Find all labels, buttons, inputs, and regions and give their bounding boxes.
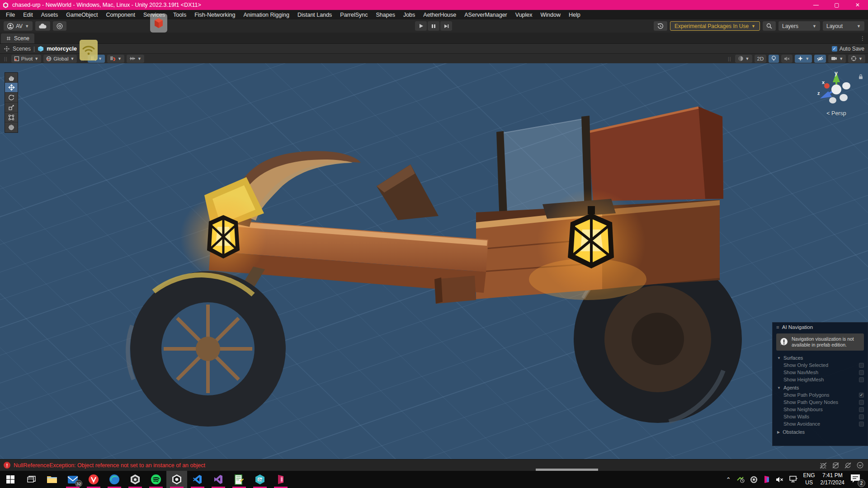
- taskbar-icon-spotify[interactable]: [146, 471, 166, 488]
- nav-option-checkbox[interactable]: [859, 407, 864, 412]
- increment-snap-dropdown[interactable]: ▼: [127, 55, 144, 63]
- layout-dropdown[interactable]: Layout ▼: [823, 21, 864, 31]
- tray-gpu-icon[interactable]: [736, 476, 745, 483]
- floating-tool-overlay-wifi-icon[interactable]: [80, 40, 98, 61]
- move-tool[interactable]: [5, 83, 18, 93]
- menu-assets[interactable]: Assets: [37, 11, 62, 19]
- scene-visibility-toggle[interactable]: [814, 55, 826, 63]
- menu-jobs[interactable]: Jobs: [399, 11, 419, 19]
- menu-vuplex[interactable]: Vuplex: [511, 11, 537, 19]
- menu-fish-networking[interactable]: Fish-Networking: [190, 11, 239, 19]
- menu-aetherhouse[interactable]: AetherHouse: [419, 11, 460, 19]
- menu-distant-lands[interactable]: Distant Lands: [293, 11, 336, 19]
- transform-tool[interactable]: [5, 122, 18, 132]
- nav-option-show-neighbours[interactable]: Show Neighbours: [773, 406, 868, 413]
- global-dropdown[interactable]: Global ▼: [43, 55, 77, 63]
- maximize-button[interactable]: ▢: [826, 0, 847, 10]
- language-indicator[interactable]: ENG US: [803, 472, 815, 486]
- auto-save-toggle[interactable]: ✓ Auto Save: [832, 46, 864, 52]
- rect-tool[interactable]: [5, 113, 18, 122]
- hidden-icons-chevron[interactable]: ⌃: [726, 476, 731, 483]
- nav-option-show-only-selected[interactable]: Show Only Selected: [773, 361, 868, 369]
- drag-handle-icon[interactable]: ||: [728, 56, 731, 61]
- start-button[interactable]: [0, 471, 21, 488]
- projection-label[interactable]: < Persp: [815, 110, 858, 117]
- nav-option-show-avoidance[interactable]: Show Avoidance: [773, 420, 868, 427]
- tab-scene[interactable]: Scene: [1, 33, 34, 43]
- menu-aservermanager[interactable]: AServerManager: [460, 11, 511, 19]
- nav-option-show-path-polygons[interactable]: Show Path Polygons✓: [773, 391, 868, 399]
- menu-edit[interactable]: Edit: [19, 11, 37, 19]
- taskbar-clock[interactable]: 7:41 PM 2/17/2024: [821, 472, 844, 486]
- draw-mode-dropdown[interactable]: ▼: [735, 55, 752, 63]
- nav-option-checkbox[interactable]: [859, 377, 864, 382]
- gizmos-dropdown[interactable]: ▼: [848, 55, 865, 63]
- network-icon[interactable]: [789, 476, 798, 483]
- taskbar-icon-notepad[interactable]: [229, 471, 250, 488]
- scale-tool[interactable]: [5, 103, 18, 113]
- menu-tools[interactable]: Tools: [169, 11, 190, 19]
- debugger-disabled-icon[interactable]: [820, 462, 827, 469]
- nav-option-checkbox[interactable]: [859, 370, 864, 375]
- taskbar-icon-vscode[interactable]: [187, 471, 208, 488]
- menu-gameobject[interactable]: GameObject: [62, 11, 102, 19]
- volume-muted-icon[interactable]: [776, 476, 784, 483]
- undo-history-button[interactable]: [654, 21, 667, 31]
- cache-disabled-icon[interactable]: [832, 462, 839, 469]
- taskbar-icon-unity-editor[interactable]: [166, 471, 187, 488]
- tab-options-icon[interactable]: ⋮: [860, 35, 865, 42]
- nav-option-checkbox[interactable]: ✓: [859, 393, 864, 398]
- scene-audio-toggle[interactable]: [781, 55, 793, 63]
- console-collapse-icon[interactable]: [857, 462, 863, 469]
- scene-viewport[interactable]: y x z < Persp ≡ AI Navigation Navigation…: [0, 63, 868, 459]
- nav-option-checkbox[interactable]: [859, 400, 864, 405]
- nav-option-checkbox[interactable]: [859, 363, 864, 368]
- close-button[interactable]: ✕: [847, 0, 868, 10]
- breadcrumb-scenes[interactable]: Scenes: [13, 46, 31, 52]
- cloud-button[interactable]: [35, 21, 50, 31]
- minimize-button[interactable]: —: [806, 0, 826, 10]
- layers-dropdown[interactable]: Layers ▼: [778, 21, 820, 31]
- taskbar-icon-file-explorer[interactable]: [42, 471, 62, 488]
- gizmo-lock-icon[interactable]: [858, 73, 863, 81]
- experimental-packages-dropdown[interactable]: Experimental Packages In Use ▼: [670, 21, 760, 31]
- tray-steam-icon[interactable]: [750, 476, 758, 483]
- 2d-mode-toggle[interactable]: 2D: [755, 55, 767, 63]
- taskbar-icon-mail[interactable]: 32: [62, 471, 83, 488]
- menu-window[interactable]: Window: [537, 11, 565, 19]
- taskbar-icon-vivaldi[interactable]: [83, 471, 104, 488]
- taskbar-icon-unity-hub[interactable]: [125, 471, 146, 488]
- taskbar-icon-visual-studio[interactable]: [208, 471, 229, 488]
- pause-button[interactable]: [428, 21, 439, 31]
- nav-section-obstacles[interactable]: ▶Obstacles: [773, 427, 868, 436]
- snap-settings-dropdown[interactable]: ▼: [107, 55, 124, 63]
- nav-option-show-walls[interactable]: Show Walls: [773, 413, 868, 420]
- menu-help[interactable]: Help: [565, 11, 585, 19]
- nav-option-checkbox[interactable]: [859, 422, 864, 427]
- version-control-button[interactable]: [53, 21, 66, 31]
- pivot-dropdown[interactable]: Pivot ▼: [11, 55, 42, 63]
- view-hand-tool[interactable]: [5, 73, 18, 83]
- scene-lighting-toggle[interactable]: [769, 55, 779, 63]
- task-view-button[interactable]: [21, 471, 42, 488]
- camera-settings-dropdown[interactable]: ▼: [828, 55, 846, 63]
- tray-unity-icon[interactable]: [763, 475, 770, 483]
- nav-section-agents[interactable]: ▼Agents: [773, 383, 868, 391]
- nav-option-show-navmesh[interactable]: Show NavMesh: [773, 369, 868, 376]
- console-error-message[interactable]: NullReferenceException: Object reference…: [14, 462, 205, 469]
- taskbar-icon-edge[interactable]: [104, 471, 125, 488]
- vehicle-model[interactable]: [128, 107, 742, 427]
- auto-save-checkbox[interactable]: ✓: [832, 46, 837, 52]
- scene-effects-dropdown[interactable]: ▼: [795, 55, 812, 63]
- menu-file[interactable]: File: [2, 11, 19, 19]
- account-dropdown[interactable]: AV ▼: [4, 21, 33, 31]
- taskbar-icon-rider[interactable]: [270, 471, 291, 488]
- drag-handle-icon[interactable]: ||: [4, 56, 8, 61]
- taskbar-icon-docker-app[interactable]: Du: [250, 471, 270, 488]
- nav-option-show-path-query-nodes[interactable]: Show Path Query Nodes: [773, 399, 868, 406]
- menu-component[interactable]: Component: [102, 11, 139, 19]
- search-button[interactable]: [763, 21, 776, 31]
- nav-section-surfaces[interactable]: ▼Surfaces: [773, 353, 868, 361]
- auto-refresh-disabled-icon[interactable]: [844, 462, 851, 469]
- panel-drag-icon[interactable]: ≡: [776, 324, 779, 330]
